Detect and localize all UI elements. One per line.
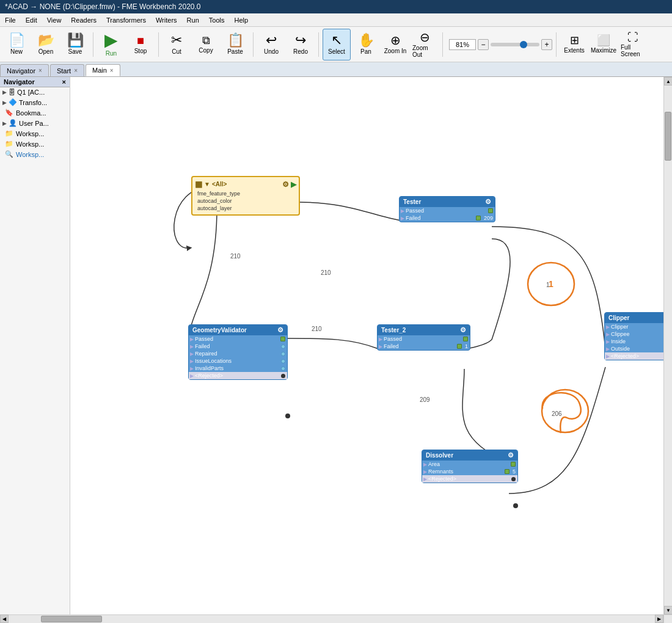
tester2-node[interactable]: Tester_2 ⚙ ▶ Passed ▶ Failed 1 [377, 324, 470, 351]
clipper-outside-label: Outside [611, 346, 663, 352]
title-text: *ACAD → NONE (D:\Clipper.fmw) - FME Work… [5, 2, 201, 11]
geomval-passed-label: Passed [195, 336, 279, 342]
sidebar-item-userpa[interactable]: ▶ 👤 User Pa... [0, 118, 70, 128]
open-button[interactable]: 📂 Open [32, 29, 60, 60]
maximize-button[interactable]: ⬜ Maximize [590, 29, 618, 60]
clipper-inside-label: Inside [611, 338, 663, 344]
stop-button[interactable]: ■ Stop [126, 29, 155, 60]
geomvalidator-node[interactable]: GeometryValidator ⚙ ▶ Passed ▶ Failed [188, 324, 288, 380]
fullscreen-button[interactable]: ⛶ Full Screen [619, 29, 647, 60]
zoomin-icon: ⊕ [390, 34, 401, 46]
zoomout-button[interactable]: ⊖ Zoom Out [411, 29, 439, 60]
source-gear-icon[interactable]: ⚙ [282, 180, 289, 189]
sidebar-item-transfo-label: Transfo... [19, 99, 47, 106]
tab-main[interactable]: Main × [86, 64, 120, 76]
sidebar-item-bookm[interactable]: 🔖 Bookma... [0, 107, 70, 118]
zoom-plus-btn[interactable]: + [541, 39, 552, 50]
vscroll-down-btn[interactable]: ▼ [664, 606, 672, 614]
menu-run[interactable]: Run [182, 13, 204, 26]
source-node[interactable]: ▦ ▼ <All> ⚙ ▶ fme_feature_type autocad_c… [191, 176, 300, 216]
clipper-header: Clipper ⚙ [605, 313, 663, 323]
dissolver-node[interactable]: Dissolver ⚙ ▶ Area ▶ Remnants 5 [422, 450, 518, 483]
zoom-value[interactable]: 81% [449, 39, 476, 50]
menu-transformers[interactable]: Transformers [101, 13, 151, 26]
geomvalidator-gear-icon[interactable]: ⚙ [277, 326, 283, 334]
menu-view[interactable]: View [42, 13, 67, 26]
svg-text:1: 1 [549, 279, 553, 289]
cut-icon: ✂ [171, 34, 182, 47]
tab-navigator[interactable]: Navigator × [0, 64, 49, 76]
zoom-slider[interactable] [491, 43, 539, 46]
menu-edit[interactable]: Edit [21, 13, 42, 26]
save-button[interactable]: 💾 Save [61, 29, 89, 60]
tester-failed-arrow: ▶ [401, 216, 404, 221]
svg-point-2 [513, 503, 518, 508]
tester-label: Tester [403, 199, 421, 205]
tester2-label: Tester_2 [381, 327, 406, 333]
sidebar-close-btn[interactable]: × [62, 78, 66, 86]
source-node-header: ▦ ▼ <All> ⚙ ▶ [195, 180, 296, 189]
tab-navigator-close[interactable]: × [38, 67, 42, 74]
hscroll[interactable] [9, 614, 655, 623]
sidebar-item-transfo[interactable]: ▶ 🔷 Transfo... [0, 97, 70, 107]
tester2-failed-label: Failed [384, 343, 456, 349]
hscroll-thumb[interactable] [41, 616, 102, 622]
tester-passed-arrow: ▶ [401, 208, 404, 214]
zoom-minus-btn[interactable]: − [478, 39, 489, 50]
source-label: <All> [212, 181, 227, 188]
geomval-repaired-port: ▶ Repaired [189, 350, 287, 357]
cut-button[interactable]: ✂ Cut [163, 29, 191, 60]
tab-main-label: Main [92, 67, 107, 74]
dissolver-gear-icon[interactable]: ⚙ [508, 451, 514, 459]
vscroll[interactable]: ▲ ▼ [663, 77, 672, 614]
clipper-clippee-label: Clippee [611, 331, 663, 337]
conn-label-206: 206 [552, 410, 562, 417]
content-area: Navigator × ▶ 🗄 Q1 [AC... ▶ 🔷 Transfo...… [0, 77, 672, 623]
tester-passed-dot [488, 208, 493, 213]
source-table-icon: ▦ [195, 180, 202, 189]
sidebar-item-worksp2-label: Worksp... [16, 140, 44, 148]
tester-failed-count: 209 [484, 215, 493, 221]
sidebar-item-worksp1[interactable]: 📁 Worksp... [0, 128, 70, 139]
tab-start-close[interactable]: × [74, 67, 78, 74]
tester2-gear-icon[interactable]: ⚙ [460, 326, 466, 334]
menu-tools[interactable]: Tools [204, 13, 230, 26]
pan-button[interactable]: ✋ Pan [352, 29, 380, 60]
zoomin-button[interactable]: ⊕ Zoom In [381, 29, 409, 60]
menu-writers[interactable]: Writers [151, 13, 182, 26]
select-button[interactable]: ↖ Select [323, 29, 351, 60]
vscroll-up-btn[interactable]: ▲ [664, 77, 672, 86]
sidebar-item-q1[interactable]: ▶ 🗄 Q1 [AC... [0, 87, 70, 97]
tester-gear-icon[interactable]: ⚙ [485, 198, 491, 206]
redo-button[interactable]: ↪ Redo [287, 29, 315, 60]
undo-button[interactable]: ↩ Undo [257, 29, 285, 60]
zoom-slider-thumb[interactable] [520, 41, 527, 48]
dissolver-area-arrow: ▶ [423, 462, 427, 467]
tester-node[interactable]: Tester ⚙ ▶ Passed ▶ Failed 209 [399, 196, 495, 222]
paste-button[interactable]: 📋 Paste [221, 29, 249, 60]
menu-readers[interactable]: Readers [66, 13, 101, 26]
menu-help[interactable]: Help [229, 13, 253, 26]
tab-bar: Navigator × Start × Main × [0, 62, 672, 77]
clipper-label: Clipper [608, 315, 629, 321]
select-label: Select [328, 48, 345, 55]
run-button[interactable]: ▶ Run [97, 29, 125, 60]
new-button[interactable]: 📄 New [2, 29, 31, 60]
vscroll-thumb[interactable] [665, 112, 671, 161]
canvas-main[interactable]: 210 210 210 209 206 1 1 [70, 77, 663, 614]
clipper-node[interactable]: Clipper ⚙ ▶ Clipper ▶ Clippee ▶ Inside [604, 312, 663, 360]
extents-button[interactable]: ⊞ Extents [560, 29, 588, 60]
sidebar-item-worksp3[interactable]: 🔍 Worksp... [0, 149, 70, 159]
sidebar-header: Navigator × [0, 77, 70, 87]
menu-file[interactable]: File [0, 13, 21, 26]
sidebar-item-worksp2[interactable]: 📁 Worksp... [0, 139, 70, 149]
zoom-controls: 81% − + [449, 39, 552, 50]
tab-start[interactable]: Start × [50, 64, 84, 76]
geomval-failed-label: Failed [195, 343, 280, 349]
hscroll-left-btn[interactable]: ◀ [0, 614, 9, 623]
hscroll-right-btn[interactable]: ▶ [655, 614, 663, 623]
tab-main-close[interactable]: × [110, 67, 114, 74]
sep1 [93, 32, 93, 57]
copy-button[interactable]: ⧉ Copy [192, 29, 220, 60]
scroll-corner [663, 614, 672, 623]
